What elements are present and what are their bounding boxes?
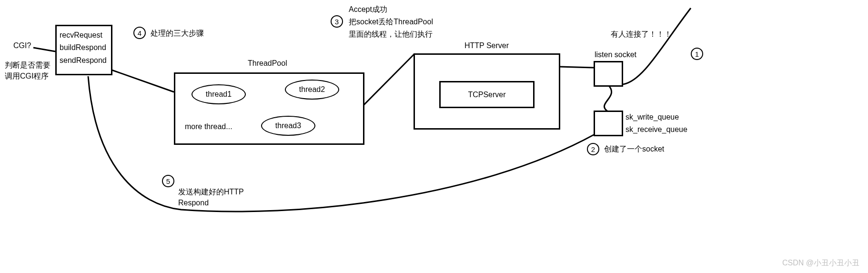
step-4-num: 4 bbox=[138, 29, 141, 37]
queue-write: sk_write_queue bbox=[626, 113, 679, 121]
step-2-text: 创建了一个socket bbox=[604, 144, 664, 154]
http-server-title: HTTP Server bbox=[464, 41, 509, 50]
listen-socket-label: listen socket bbox=[595, 51, 636, 59]
cgi-question: CGI? bbox=[13, 41, 31, 50]
step-3-num: 3 bbox=[335, 18, 339, 26]
cgi-desc1: 判断是否需要 bbox=[5, 61, 50, 71]
thread3-ellipse: thread3 bbox=[261, 116, 315, 136]
queue-receive: sk_receive_queue bbox=[626, 125, 687, 134]
queue-box bbox=[594, 111, 623, 136]
threadpool-box bbox=[174, 72, 364, 145]
step-5-circle: 5 bbox=[162, 175, 174, 187]
step-3-circle: 3 bbox=[331, 15, 343, 28]
step-3-line3: 里面的线程，让他们执行 bbox=[349, 30, 433, 40]
threadpool-title: ThreadPool bbox=[248, 59, 287, 68]
connection-msg: 有人连接了！！！ bbox=[611, 30, 672, 40]
step-5-line1: 发送构建好的HTTP bbox=[178, 187, 244, 197]
connection-lines bbox=[0, 0, 868, 273]
step-2-num: 2 bbox=[591, 145, 595, 153]
thread3-label: thread3 bbox=[275, 121, 301, 130]
step-2-circle: 2 bbox=[587, 143, 599, 155]
step-3-line2: 把socket丢给ThreadPool bbox=[349, 17, 433, 27]
step-3-line1: Accept成功 bbox=[349, 5, 387, 15]
more-thread-label: more thread... bbox=[185, 122, 232, 131]
thread1-ellipse: thread1 bbox=[192, 84, 246, 104]
thread2-label: thread2 bbox=[299, 85, 325, 94]
handler-line3: sendRespond bbox=[60, 54, 108, 67]
step-5-line2: Respond bbox=[178, 199, 209, 207]
cgi-desc2: 调用CGI程序 bbox=[5, 71, 49, 81]
handler-box: recvRequest buildRespond sendRespond bbox=[55, 25, 112, 75]
thread1-label: thread1 bbox=[206, 90, 232, 99]
step-4-circle: 4 bbox=[133, 27, 146, 39]
handler-line2: buildRespond bbox=[60, 41, 108, 54]
step-1-num: 1 bbox=[695, 50, 699, 58]
step-5-num: 5 bbox=[166, 177, 170, 185]
thread2-ellipse: thread2 bbox=[285, 80, 339, 100]
step-4-text: 处理的三大步骤 bbox=[151, 29, 204, 39]
step-1-circle: 1 bbox=[691, 48, 703, 60]
tcp-server-box: TCPServer bbox=[439, 81, 535, 108]
watermark-text: CSDN @小丑小丑小丑 bbox=[782, 258, 859, 268]
listen-socket-box bbox=[594, 61, 623, 87]
tcp-server-label: TCPServer bbox=[468, 91, 505, 99]
handler-line1: recvRequest bbox=[60, 29, 108, 41]
